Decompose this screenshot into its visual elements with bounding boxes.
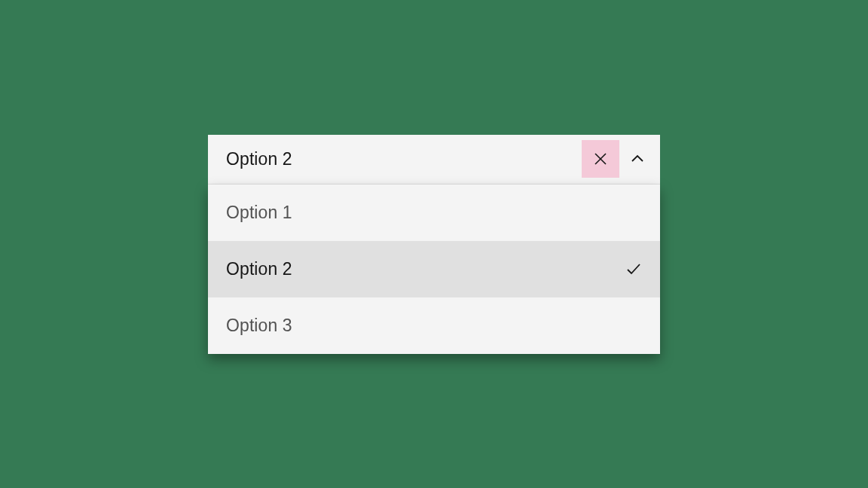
dropdown-trigger[interactable]: Option 2 xyxy=(208,135,660,185)
dropdown-trigger-actions xyxy=(582,140,653,178)
checkmark-icon xyxy=(625,261,642,277)
dropdown-menu: Option 1 Option 2 Option 3 xyxy=(208,185,660,354)
option-label: Option 3 xyxy=(226,316,292,336)
dropdown-option[interactable]: Option 3 xyxy=(208,297,660,354)
dropdown: Option 2 Option 1 xyxy=(208,135,660,354)
chevron-up-icon xyxy=(630,151,645,166)
dropdown-selected-value: Option 2 xyxy=(226,149,292,169)
close-icon xyxy=(591,150,610,168)
option-label: Option 2 xyxy=(226,259,292,279)
clear-button[interactable] xyxy=(582,140,619,178)
dropdown-option[interactable]: Option 2 xyxy=(208,241,660,297)
toggle-button[interactable] xyxy=(622,144,653,174)
dropdown-option[interactable]: Option 1 xyxy=(208,185,660,241)
option-label: Option 1 xyxy=(226,203,292,223)
